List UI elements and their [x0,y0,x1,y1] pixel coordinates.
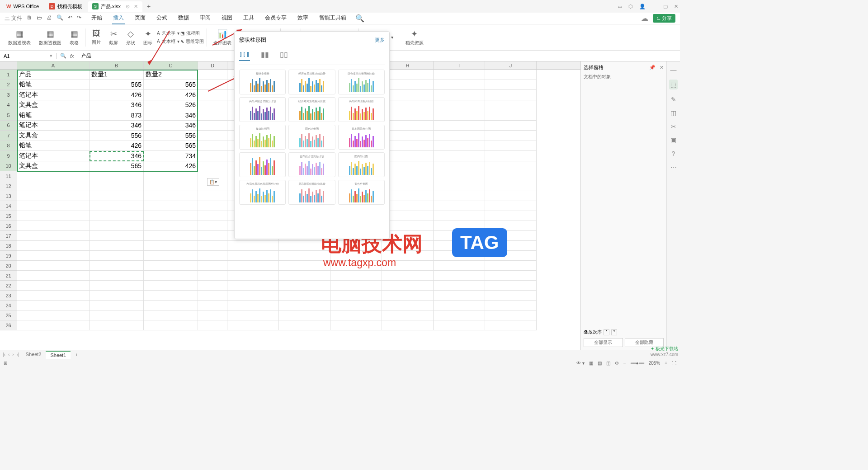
cell-H22[interactable] [382,281,434,291]
cell-J11[interactable] [485,171,537,181]
cell-J6[interactable] [485,121,537,131]
cell-H15[interactable] [382,211,434,221]
cell-C9[interactable]: 734 [144,151,198,161]
cell-I16[interactable] [434,221,485,231]
cell-H1[interactable] [382,70,434,80]
cell-J4[interactable] [485,100,537,111]
cell-H4[interactable] [382,100,434,111]
cell-C11[interactable] [144,171,198,181]
cell-B22[interactable] [90,281,144,291]
row-header-8[interactable]: 8 [0,141,17,151]
cell-I6[interactable] [434,121,485,131]
cell-F25[interactable] [279,310,330,320]
cell-J17[interactable] [485,231,537,241]
row-header-1[interactable]: 1 [0,70,17,80]
textbox-button[interactable]: A文本框 ▾ [157,38,179,45]
cell-C17[interactable] [144,231,198,241]
cell-I17[interactable] [434,231,485,241]
row-header-9[interactable]: 9 [0,151,17,161]
close-pane-icon[interactable]: ✕ [660,65,664,70]
file-menu[interactable]: 三 文件 [5,14,22,22]
chart-template-10[interactable]: 直布政占优势起比较 [288,152,335,177]
row-header-6[interactable]: 6 [0,121,17,131]
cell-A8[interactable]: 铅笔 [17,141,90,151]
row-header-12[interactable]: 12 [0,181,17,191]
cell-B8[interactable]: 426 [90,141,144,151]
chart-template-7[interactable]: 同色比例图 [288,125,335,150]
cell-I10[interactable] [434,161,485,172]
view-normal-icon[interactable]: 👁 ▾ [576,361,585,366]
cell-I19[interactable] [434,251,485,261]
cell-J2[interactable] [485,80,537,90]
cell-A26[interactable] [17,320,90,330]
minimize-icon[interactable]: — [652,4,657,9]
shapes-button[interactable]: ◇形状 [123,29,139,46]
cell-E18[interactable] [227,241,279,251]
cell-F24[interactable] [279,301,330,310]
mindmap-button[interactable]: ⬉思维导图 [180,38,204,45]
cell-C8[interactable]: 565 [144,141,198,151]
cell-B25[interactable] [90,310,144,320]
cell-F19[interactable] [279,251,330,261]
collapse-icon[interactable]: — [670,66,677,73]
zoom-in-icon[interactable]: + [665,361,667,366]
cell-D25[interactable] [198,310,227,320]
cell-J7[interactable] [485,131,537,141]
cell-J24[interactable] [485,301,537,310]
up-icon[interactable]: ˄ [604,329,609,335]
icons-button[interactable]: ✦图标 [140,29,156,46]
cell-F22[interactable] [279,281,330,291]
cell-I9[interactable] [434,151,485,161]
row-header-4[interactable]: 4 [0,100,17,111]
search-icon[interactable]: 🔍 [355,14,364,23]
cell-H8[interactable] [382,141,434,151]
pivot-table-button[interactable]: ▦数据透视表 [5,29,34,46]
cell-G26[interactable] [330,320,382,330]
cell-I3[interactable] [434,90,485,100]
cell-D22[interactable] [198,281,227,291]
row-header-14[interactable]: 14 [0,201,17,211]
percent-bar-tab-icon[interactable]: ▯▯ [280,50,288,61]
view-page-icon[interactable]: ▤ [598,361,602,366]
cell-D20[interactable] [198,261,227,271]
cell-E22[interactable] [227,281,279,291]
cell-A11[interactable] [17,171,90,181]
cell-I22[interactable] [434,281,485,291]
cell-B3[interactable]: 426 [90,90,144,100]
cell-H12[interactable] [382,181,434,191]
cell-B2[interactable]: 565 [90,80,144,90]
col-header-H[interactable]: H [382,61,434,69]
cell-F18[interactable] [279,241,330,251]
cell-D13[interactable] [198,191,227,201]
first-sheet-icon[interactable]: |‹ [3,352,5,357]
cell-C23[interactable] [144,291,198,301]
cell-E24[interactable] [227,301,279,310]
cell-A12[interactable] [17,181,90,191]
cell-I25[interactable] [434,310,485,320]
chart-template-13[interactable]: 显示新圆组相副分比较 [288,180,335,205]
cell-C25[interactable] [144,310,198,320]
close-tab-icon[interactable]: ✕ [134,4,138,9]
cell-D9[interactable] [198,151,227,161]
cell-B4[interactable]: 346 [90,100,144,111]
cell-G18[interactable] [330,241,382,251]
menu-智能工具箱[interactable]: 智能工具箱 [318,12,347,24]
resource-button[interactable]: ✦稻壳资源 [402,29,427,46]
cell-H19[interactable] [382,251,434,261]
cell-D5[interactable] [198,110,227,121]
picture-button[interactable]: 🖼图片 [88,29,104,46]
cell-D8[interactable] [198,141,227,151]
add-sheet-icon[interactable]: + [72,352,80,357]
pin-icon[interactable]: 📌 [649,65,656,70]
cell-B11[interactable] [90,171,144,181]
undo-icon[interactable]: ↶ [68,14,72,22]
cell-B6[interactable]: 346 [90,121,144,131]
col-header-B[interactable]: B [90,61,144,69]
cell-H13[interactable] [382,191,434,201]
cell-J5[interactable] [485,110,537,121]
chart-template-9[interactable] [239,152,286,177]
avatar-icon[interactable]: 👤 [639,4,646,9]
cell-H3[interactable] [382,90,434,100]
cell-J23[interactable] [485,291,537,301]
pivot-chart-button[interactable]: ▦数据透视图 [35,29,65,46]
